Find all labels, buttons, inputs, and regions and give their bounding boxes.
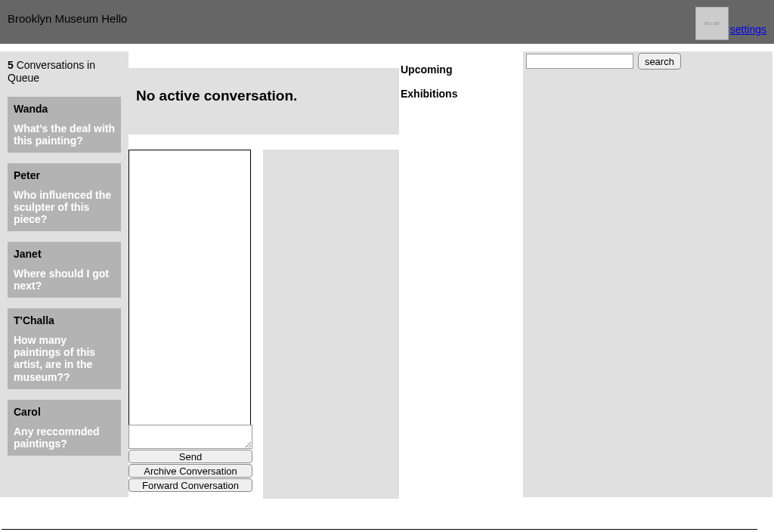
queue-header: 5 Conversations in Queue (8, 59, 121, 85)
conversation-body: Send Archive Conversation Forward Conver… (128, 150, 399, 499)
queue-count: 5 (8, 59, 14, 71)
queue-item-msg: What's the deal with this painting? (14, 122, 115, 147)
queue-item[interactable]: Janet Where should I got next? (8, 242, 121, 298)
queue-item-msg: Any reccomnded paintings? (14, 425, 115, 450)
queue-item-name: T'Challa (14, 314, 115, 326)
app-title: Brooklyn Museum Hello (8, 12, 127, 25)
queue-item[interactable]: Carol Any reccomnded paintings? (8, 400, 121, 456)
conversation-title: No active conversation. (136, 88, 392, 104)
queue-item-name: Wanda (14, 103, 115, 115)
header-right: 50 x 50 settings (695, 4, 766, 40)
queue-item-msg: How many paintings of this artist, are i… (14, 334, 115, 382)
conversation-log (128, 150, 251, 425)
bottom-divider (2, 529, 757, 530)
queue-item-msg: Where should I got next? (14, 268, 115, 292)
queue-item-name: Peter (14, 169, 115, 181)
forward-button[interactable]: Forward Conversation (128, 478, 252, 492)
avatar[interactable]: 50 x 50 (695, 7, 729, 40)
queue-item[interactable]: T'Challa How many paintings of this arti… (8, 308, 121, 388)
queue-item-name: Carol (14, 406, 115, 418)
archive-button[interactable]: Archive Conversation (128, 464, 252, 478)
message-input[interactable] (128, 425, 252, 449)
main: 5 Conversations in Queue Wanda What's th… (0, 51, 774, 499)
sidebar: 5 Conversations in Queue Wanda What's th… (0, 51, 128, 497)
search-column: search (523, 51, 772, 497)
settings-link[interactable]: settings (730, 23, 766, 36)
queue-item[interactable]: Peter Who influenced the sculpter of thi… (8, 163, 121, 231)
search-button[interactable]: search (638, 53, 681, 70)
queue-label: Conversations in Queue (8, 59, 95, 84)
queue-item-msg: Who influenced the sculpter of this piec… (14, 189, 115, 225)
upcoming-label: Upcoming (401, 63, 520, 76)
send-button[interactable]: Send (128, 450, 252, 463)
exhibitions-label: Exhibitions (401, 88, 520, 100)
header: Brooklyn Museum Hello 50 x 50 settings (0, 0, 774, 44)
search-input[interactable] (526, 54, 633, 69)
conversation-panel: No active conversation. Send Archive Con… (128, 51, 399, 499)
queue-item[interactable]: Wanda What's the deal with this painting… (8, 97, 121, 153)
upcoming-panel: Upcoming Exhibitions (399, 63, 522, 112)
conversation-input-col: Send Archive Conversation Forward Conver… (128, 150, 251, 499)
conversation-side-panel (263, 150, 399, 499)
search-panel: search (523, 51, 772, 497)
conversation-header: No active conversation. (128, 68, 399, 135)
queue-item-name: Janet (14, 248, 115, 260)
